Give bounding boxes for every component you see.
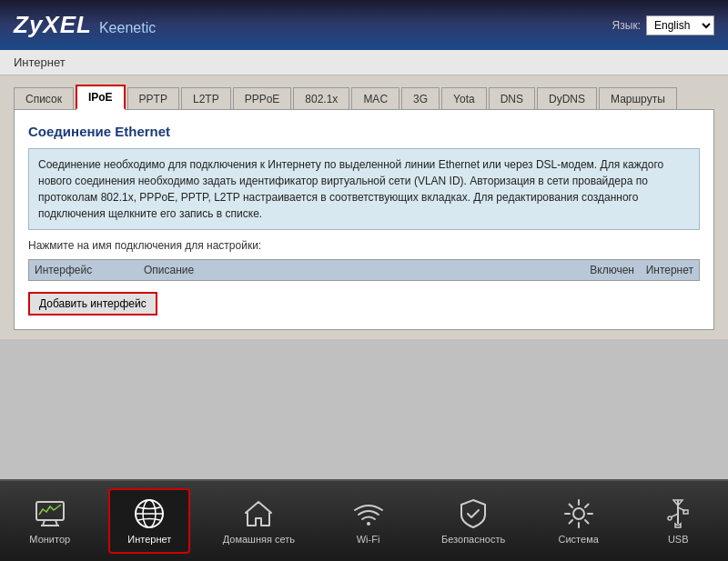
nav-security-label: Безопасность — [441, 534, 505, 545]
header: ZyXEL Keenetic Язык: English Русский — [0, 0, 728, 50]
tab-pppoe[interactable]: PPPoE — [233, 87, 292, 110]
tab-dydns[interactable]: DyDNS — [537, 87, 597, 110]
panel-title: Соединение Ethernet — [28, 124, 700, 139]
gear-icon — [562, 497, 595, 530]
monitor-icon — [34, 497, 66, 530]
language-selector: Язык: English Русский — [612, 15, 714, 35]
tab-marshruty[interactable]: Маршруты — [599, 87, 677, 110]
tab-3g[interactable]: 3G — [401, 87, 440, 110]
nav-item-wifi[interactable]: Wi-Fi — [328, 490, 410, 552]
nav-monitor-label: Монитор — [29, 534, 70, 545]
svg-rect-0 — [36, 502, 64, 520]
bottom-nav: Монитор Интернет Домашняя — [0, 479, 728, 561]
tab-802x[interactable]: 802.1x — [293, 87, 349, 110]
logo-zyxel: ZyXEL — [14, 11, 92, 39]
tab-mac[interactable]: MAC — [351, 87, 399, 110]
svg-point-9 — [573, 508, 584, 519]
svg-point-8 — [367, 522, 370, 526]
house-icon — [242, 497, 275, 530]
nav-item-security[interactable]: Безопасность — [427, 490, 520, 552]
col-interface-label: Интерфейс — [35, 264, 144, 276]
shield-icon — [457, 497, 490, 530]
nav-home-label: Домашняя сеть — [223, 534, 295, 545]
tab-pptp[interactable]: PPTP — [127, 87, 179, 110]
tab-panel-ipoe: Соединение Ethernet Соединение необходим… — [14, 109, 714, 330]
col-internet-label: Интернет — [634, 264, 693, 276]
usb-icon — [662, 497, 694, 530]
language-dropdown[interactable]: English Русский — [646, 15, 714, 35]
col-description-label: Описание — [144, 264, 571, 276]
svg-marker-7 — [246, 502, 271, 526]
svg-point-15 — [668, 516, 672, 520]
nav-system-label: Система — [559, 534, 599, 545]
nav-item-system[interactable]: Система — [538, 490, 620, 552]
table-header: Интерфейс Описание Включен Интернет — [28, 259, 700, 281]
add-interface-button[interactable]: Добавить интерфейс — [28, 292, 157, 316]
wifi-icon — [352, 497, 385, 530]
tab-spisok[interactable]: Список — [14, 87, 74, 110]
lang-label: Язык: — [612, 19, 641, 32]
click-hint: Нажмите на имя подключения для настройки… — [28, 239, 700, 252]
logo-keenetic: Keenetic — [99, 20, 156, 36]
tab-ipoe[interactable]: IPoE — [76, 85, 126, 110]
panel-description: Соединение необходимо для подключения к … — [28, 148, 700, 230]
nav-usb-label: USB — [668, 534, 689, 545]
globe-icon — [133, 497, 166, 530]
col-enabled-label: Включен — [571, 264, 634, 276]
tab-l2tp[interactable]: L2TP — [181, 87, 231, 110]
tab-dns[interactable]: DNS — [489, 87, 535, 110]
nav-item-usb[interactable]: USB — [637, 490, 719, 552]
nav-item-monitor[interactable]: Монитор — [9, 490, 91, 552]
nav-internet-label: Интернет — [127, 534, 171, 545]
nav-item-home-network[interactable]: Домашняя сеть — [208, 490, 309, 552]
logo: ZyXEL Keenetic — [14, 11, 156, 39]
tabs-bar: Список IPoE PPTP L2TP PPPoE 802.1x MAC 3… — [14, 83, 714, 110]
svg-rect-13 — [683, 510, 688, 514]
tab-yota[interactable]: Yota — [441, 87, 487, 110]
nav-wifi-label: Wi-Fi — [357, 534, 380, 545]
breadcrumb: Интернет — [0, 50, 728, 75]
nav-item-internet[interactable]: Интернет — [108, 488, 190, 554]
